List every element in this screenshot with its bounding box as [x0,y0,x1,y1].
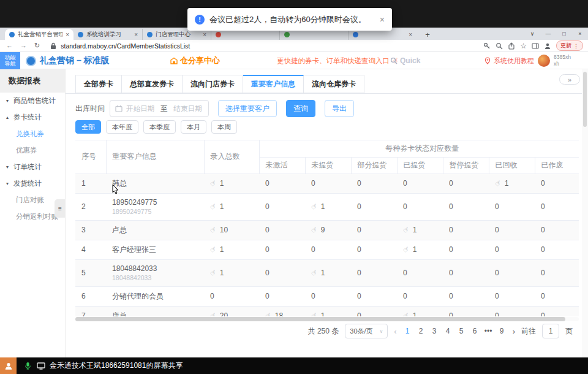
profile-icon[interactable] [544,42,551,50]
url-text[interactable]: standard.maboy.cn/CardMemberStatisticsLi… [61,42,190,50]
sidebar-item[interactable]: 优惠券 [0,142,65,159]
browser-tab[interactable]: 礼盒营销平台管理中心× [5,29,74,40]
browser-tab[interactable]: 系统培训学习× [74,29,142,40]
value-cell: 0 [259,220,305,240]
value-cell: 0 [259,286,305,306]
value-cell: ☞1 [397,240,443,259]
quick-search[interactable]: Quick [390,52,420,69]
table-body: 1韩总☞100000☞1021895024977518950249775☞10☞… [75,174,579,316]
vertical-scrollbar-thumb[interactable] [583,72,587,127]
sidebar-item[interactable]: ▾发货统计 [0,175,65,192]
value-cell: 0 [351,259,397,286]
date-range-input[interactable]: 开始日期 至 结束日期 [110,100,209,117]
page-number[interactable]: 4 [443,327,453,335]
value-cell: 0 [535,259,579,286]
toast-close-icon[interactable]: × [380,15,385,25]
tutorial-link[interactable]: 系统使用教程 [484,52,534,69]
user-box[interactable]: 8385xh xh [538,52,571,69]
bookmark-star-icon[interactable]: ☆ [520,42,527,50]
page-number[interactable]: ••• [484,327,493,335]
sidebar-item[interactable]: 兑换礼券 [0,126,65,142]
page-number[interactable]: 9 [497,327,507,335]
page-tab[interactable]: 流向仓库券卡 [304,75,364,93]
quick-entry-link[interactable]: 更快捷的券卡、订单和快递查询入口 ☞ [277,52,399,69]
quick-filter-chip[interactable]: 本周 [211,120,237,134]
window-minimize-icon[interactable]: — [540,31,556,37]
goto-page-input[interactable]: 1 [542,324,559,338]
horizontal-scrollbar-thumb[interactable] [75,317,565,321]
value-cell: 0 [443,240,489,259]
reload-icon[interactable]: ↻ [34,42,40,50]
page-tab[interactable]: 重要客户信息 [243,75,304,93]
forward-icon[interactable]: → [20,42,27,50]
customer-cell: 客户经理张三 [106,240,204,259]
sidebar-collapse-handle[interactable]: ≡ [55,199,66,218]
screen-share-icon[interactable] [37,362,45,370]
kebab-menu-icon[interactable]: ⋮ [573,43,579,49]
window-menu-icon[interactable]: ∨ [524,31,540,37]
expand-button[interactable]: » [559,74,580,85]
page-tab[interactable]: 总部直发券卡 [122,75,183,93]
tab-favicon-icon [284,32,290,37]
participant-icon[interactable] [0,357,17,374]
window-maximize-icon[interactable]: □ [556,31,572,37]
back-icon[interactable]: ← [6,42,13,50]
lock-icon[interactable] [50,42,57,50]
tab-close-icon[interactable]: × [66,31,69,38]
page-number[interactable]: 2 [417,327,426,335]
zoom-icon[interactable] [496,42,503,50]
value-cell: 0 [489,306,535,316]
page-number[interactable]: 3 [430,327,439,335]
share-center-link[interactable]: 仓分享中心 [170,52,220,69]
quick-filter-chip[interactable]: 本年度 [106,120,138,134]
tab-close-icon[interactable]: × [203,31,206,38]
value-cell: 0 [259,240,305,259]
vertical-scrollbar[interactable] [582,69,588,357]
quick-filter-chip[interactable]: 全部 [75,120,101,134]
sidebar-item-label: 商品销售统计 [13,96,56,105]
select-customer-button[interactable]: 选择重要客户 [218,100,277,117]
next-page-icon[interactable]: › [513,327,515,336]
microphone-icon[interactable] [24,362,32,370]
value-cell: 0 [397,174,443,193]
horizontal-scrollbar[interactable] [75,317,579,321]
export-button[interactable]: 导出 [325,100,354,117]
tap-hand-icon: ☞ [401,244,412,255]
page-number[interactable]: 6 [470,327,480,335]
filter-row: 出库时间 开始日期 至 结束日期 选择重要客户 查询 导出 [75,100,354,117]
sidebar-item[interactable]: ▾订单统计 [0,159,65,175]
value-cell: 0 [351,286,397,306]
page-tab[interactable]: 流向门店券卡 [183,75,243,93]
tab-close-icon[interactable]: × [409,31,412,38]
status-col-header: 未激活 [259,157,305,174]
search-button[interactable]: 查询 [286,100,315,117]
cell-value: 0 [495,269,499,277]
function-nav-toggle[interactable]: 功能 导航 [0,52,20,69]
table-row: 21895024977518950249775☞10☞100000 [75,193,579,220]
page-number[interactable]: 5 [457,327,466,335]
page-size-select[interactable]: 30条/页 ∨ [345,324,388,338]
tab-close-icon[interactable]: × [134,31,138,38]
tap-hand-icon: ☞ [208,201,219,212]
key-icon[interactable] [483,42,491,50]
quick-filter-chip[interactable]: 本月 [181,120,206,134]
page-tab[interactable]: 全部券卡 [75,75,122,93]
value-cell: 0 [259,174,305,193]
sidebar-item[interactable]: ▴券卡统计 [0,109,65,126]
new-tab-button[interactable]: + [423,29,432,39]
address-bar: ← → ↻ standard.maboy.cn/CardMemberStatis… [0,40,588,52]
browser-update-button[interactable]: 更新 ⋮ [556,40,583,51]
status-col-header: 已回收 [489,157,535,174]
side-panel-icon[interactable] [532,42,539,50]
quick-filter-chip[interactable]: 本季度 [143,120,176,134]
nav-toggle-line2: 导航 [5,61,16,67]
cell-value: 0 [357,179,361,188]
share-icon[interactable] [508,42,515,50]
window-close-icon[interactable]: × [572,31,588,37]
page-number[interactable]: 1 [403,327,412,335]
seq-cell: 2 [75,193,106,220]
prev-page-icon[interactable]: ‹ [394,327,396,336]
cell-value: 0 [265,226,270,234]
sidebar-item[interactable]: ▾商品销售统计 [0,93,65,109]
cell-value: 1 [413,245,417,254]
